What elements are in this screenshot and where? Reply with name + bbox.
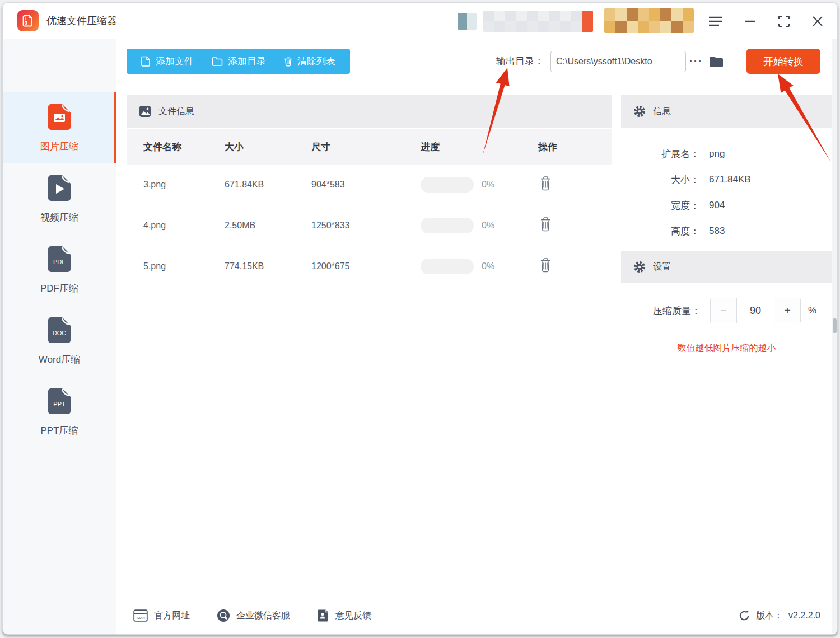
field-label: 扩展名： — [621, 148, 699, 161]
table-header: 文件名称 大小 尺寸 进度 操作 — [127, 129, 612, 165]
open-folder-button[interactable] — [706, 55, 726, 68]
field-label: 宽度： — [621, 199, 699, 212]
quality-increase-button[interactable]: + — [774, 298, 800, 323]
sidebar-item-label: PPT压缩 — [40, 424, 78, 437]
cell-size: 774.15KB — [225, 261, 311, 271]
folder-open-icon — [708, 55, 724, 68]
svg-text:.com: .com — [136, 616, 144, 620]
quality-note: 数值越低图片压缩的越小 — [621, 343, 832, 354]
version-label: 版本： — [756, 610, 783, 622]
minimize-button[interactable] — [740, 11, 761, 32]
field-value: 583 — [709, 226, 725, 237]
menu-icon[interactable] — [705, 11, 726, 32]
cell-dimensions: 1250*833 — [311, 221, 421, 231]
quality-stepper: − 90 + — [710, 298, 801, 323]
cell-size: 671.84KB — [225, 180, 311, 190]
wechat-support-link[interactable]: 企业微信客服 — [217, 609, 290, 622]
field-value: 904 — [709, 200, 725, 211]
svg-text:DOC: DOC — [53, 330, 67, 336]
sidebar-item-word-compress[interactable]: DOC Word压缩 — [3, 305, 116, 376]
quality-unit: % — [808, 305, 816, 316]
gear-icon — [633, 105, 646, 118]
settings-body: 压缩质量： − 90 + % 数值越低图片压缩的越小 — [621, 283, 832, 354]
add-directory-button[interactable]: 添加目录 — [203, 49, 275, 74]
sidebar: 图片压缩 视频压缩 PDF PDF压缩 — [3, 39, 116, 634]
title-bar: 优速文件压缩器 — [3, 3, 837, 39]
sidebar-item-image-compress[interactable]: 图片压缩 — [3, 92, 116, 163]
app-title: 优速文件压缩器 — [46, 14, 117, 27]
official-site-link[interactable]: .com 官方网址 — [133, 609, 190, 622]
feedback-link[interactable]: 意见反馈 — [317, 609, 371, 622]
scrollbar-thumb[interactable] — [833, 318, 837, 333]
ppt-file-icon: PPT — [45, 387, 74, 416]
col-filename: 文件名称 — [127, 140, 225, 153]
censored-chip-2 — [483, 11, 593, 32]
sidebar-item-label: 图片压缩 — [40, 140, 78, 153]
field-value: png — [709, 148, 725, 160]
image-file-icon — [45, 102, 74, 132]
table-row: 4.png 2.50MB 1250*833 0% — [127, 205, 612, 246]
file-icon — [141, 56, 151, 67]
col-size: 大小 — [225, 140, 311, 153]
field-label: 大小： — [621, 173, 699, 186]
side-panel: 信息 扩展名：png 大小：671.84KB 宽度：904 高度：583 — [621, 95, 832, 587]
version-info: 版本： v2.2.2.0 — [738, 609, 820, 622]
footer-bar: .com 官方网址 企业微信客服 — [116, 597, 837, 634]
field-value: 671.84KB — [709, 174, 751, 185]
cell-filename: 5.png — [127, 261, 225, 271]
table-row: 5.png 774.15KB 1200*675 0% — [127, 246, 612, 287]
clear-list-button[interactable]: 清除列表 — [275, 49, 344, 74]
feedback-icon — [317, 609, 329, 622]
field-label: 高度： — [621, 225, 699, 238]
version-value: v2.2.2.0 — [788, 611, 820, 621]
col-action: 操作 — [538, 140, 612, 153]
start-convert-button[interactable]: 开始转换 — [746, 49, 820, 74]
website-icon: .com — [133, 609, 148, 622]
output-directory-input[interactable] — [550, 51, 686, 72]
close-button[interactable] — [807, 11, 828, 32]
settings-panel-header: 设置 — [621, 251, 832, 283]
censored-chip-3 — [604, 8, 694, 33]
add-file-button[interactable]: 添加文件 — [132, 49, 203, 74]
delete-row-button[interactable] — [538, 175, 553, 192]
file-panel-title: 文件信息 — [158, 106, 194, 118]
cell-size: 2.50MB — [225, 221, 311, 231]
info-panel-header: 信息 — [621, 95, 832, 128]
pdf-file-icon: PDF — [45, 245, 74, 274]
wechat-icon — [217, 609, 230, 622]
cell-dimensions: 904*583 — [311, 180, 421, 190]
quality-label: 压缩质量： — [621, 304, 701, 317]
sidebar-item-ppt-compress[interactable]: PPT PPT压缩 — [3, 376, 116, 447]
maximize-button[interactable] — [773, 11, 795, 32]
cell-filename: 4.png — [127, 221, 225, 231]
sidebar-item-label: 视频压缩 — [40, 211, 78, 224]
delete-row-button[interactable] — [538, 257, 553, 274]
refresh-icon — [738, 609, 750, 622]
browse-more-button[interactable]: ··· — [686, 55, 706, 67]
video-file-icon — [45, 173, 74, 203]
quality-value[interactable]: 90 — [736, 298, 774, 323]
output-directory-group: 输出目录： ··· 开始转换 — [496, 49, 820, 74]
sidebar-item-pdf-compress[interactable]: PDF PDF压缩 — [3, 234, 116, 305]
trash-icon — [538, 257, 553, 274]
svg-text:PDF: PDF — [53, 259, 66, 265]
content-row: 文件信息 文件名称 大小 尺寸 进度 操作 3.png 671.84KB — [116, 95, 837, 597]
trash-icon — [538, 216, 553, 233]
sidebar-item-video-compress[interactable]: 视频压缩 — [3, 163, 116, 234]
col-dimensions: 尺寸 — [311, 140, 421, 153]
app-body: 图片压缩 视频压缩 PDF PDF压缩 — [3, 39, 837, 634]
app-window: 优速文件压缩器 — [2, 2, 838, 635]
main-area: 添加文件 添加目录 — [116, 39, 837, 634]
progress-bar — [421, 259, 474, 274]
toolbar: 添加文件 添加目录 — [116, 39, 837, 95]
scrollbar-track[interactable] — [832, 39, 837, 633]
file-panel: 文件信息 文件名称 大小 尺寸 进度 操作 3.png 671.84KB — [127, 95, 612, 587]
delete-row-button[interactable] — [538, 216, 553, 233]
folder-icon — [212, 57, 223, 66]
svg-text:PPT: PPT — [53, 401, 66, 407]
trash-icon — [538, 175, 553, 192]
col-progress: 进度 — [421, 140, 538, 153]
censored-chip-1 — [458, 13, 477, 30]
image-icon — [139, 105, 151, 118]
quality-decrease-button[interactable]: − — [711, 298, 736, 323]
